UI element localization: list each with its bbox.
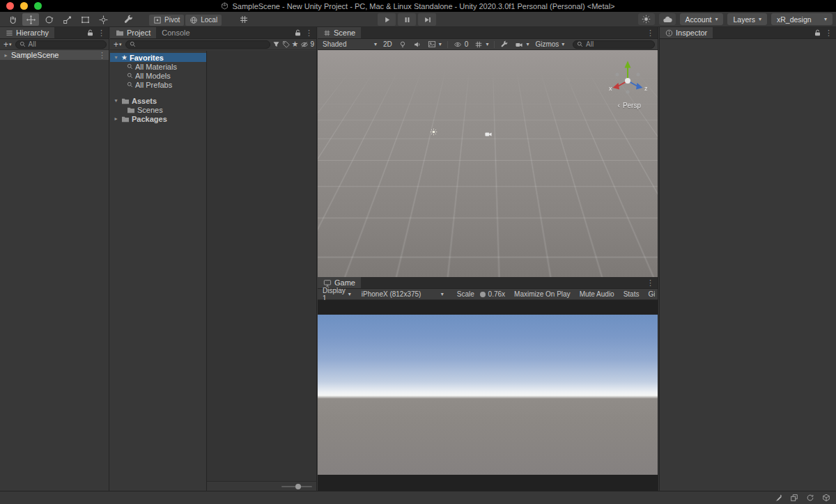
shading-mode-label: Shaded <box>323 40 346 48</box>
panel-menu-button[interactable]: ⋮ <box>647 29 654 37</box>
component-tools-button[interactable] <box>498 40 511 49</box>
scene-visibility-toggle[interactable]: 0 <box>451 40 471 49</box>
tree-item-packages[interactable]: ▸ Packages <box>110 114 206 123</box>
shading-mode-dropdown[interactable]: Shaded ▾ <box>320 40 379 49</box>
tree-item-assets[interactable]: ▾ Assets <box>110 96 206 105</box>
tab-inspector[interactable]: Inspector <box>660 27 713 38</box>
local-toggle-button[interactable]: Local <box>185 15 222 26</box>
save-search-star-icon[interactable]: ★ <box>292 40 299 49</box>
transform-tool-button[interactable] <box>95 13 111 26</box>
axis-x-label[interactable]: x <box>609 85 612 92</box>
paintbrush-icon[interactable] <box>774 494 782 502</box>
stats-toggle[interactable]: Stats <box>620 290 643 299</box>
scene-grid-dropdown[interactable]: ▾ <box>472 40 490 49</box>
tab-project[interactable]: Project <box>110 27 156 38</box>
sync-refresh-icon[interactable] <box>806 494 814 502</box>
directional-light-gizmo[interactable] <box>430 128 438 136</box>
scene-camera-dropdown[interactable]: ▾ <box>513 40 531 49</box>
tree-item-scenes[interactable]: Scenes <box>110 105 206 114</box>
layers-windows-icon[interactable] <box>790 494 798 502</box>
scene-effects-dropdown[interactable]: ▾ <box>426 40 444 49</box>
slider-knob[interactable] <box>480 292 486 297</box>
tab-console[interactable]: Console <box>156 27 195 38</box>
tree-item-all-models[interactable]: All Models <box>110 71 206 80</box>
2d-toggle[interactable]: 2D <box>381 40 394 49</box>
project-tab-label: Project <box>127 29 150 37</box>
lock-icon[interactable] <box>295 29 301 36</box>
folder-icon <box>121 97 130 104</box>
hand-tool-button[interactable] <box>4 13 21 26</box>
scene-search-input[interactable]: All <box>573 40 655 49</box>
game-scale-slider[interactable] <box>480 294 483 295</box>
panel-menu-button[interactable]: ⋮ <box>305 29 313 37</box>
tab-hierarchy[interactable]: Hierarchy <box>0 27 54 38</box>
perspective-toggle[interactable]: ‹ Persp <box>618 102 641 109</box>
scene-toolbar: Shaded ▾ 2D ▾ 0 ▾ <box>318 39 658 50</box>
panel-menu-button[interactable]: ⋮ <box>647 279 654 287</box>
thumbnail-size-slider[interactable] <box>281 486 312 487</box>
custom-tool-button[interactable] <box>120 13 137 26</box>
hierarchy-search-input[interactable]: All <box>15 40 107 49</box>
account-dropdown[interactable]: Account ▾ <box>680 13 724 25</box>
gizmos-dropdown[interactable]: Gizmos ▾ <box>533 40 566 49</box>
lock-icon[interactable] <box>814 29 821 36</box>
project-search-input[interactable] <box>125 40 270 49</box>
layers-dropdown[interactable]: Layers ▾ <box>727 13 767 25</box>
game-monitor-icon <box>323 279 332 287</box>
pause-button[interactable] <box>398 13 416 26</box>
hidden-packages-toggle[interactable]: 9 <box>300 40 314 48</box>
panel-menu-button[interactable]: ⋮ <box>825 29 833 37</box>
close-button[interactable] <box>6 2 14 10</box>
scene-audio-toggle[interactable] <box>411 40 424 49</box>
layout-dropdown[interactable]: xR_design ▾ <box>771 13 833 25</box>
tab-scene[interactable]: Scene <box>318 27 361 38</box>
hierarchy-item-samplescene[interactable]: ▸ SampleScene ⋮ <box>0 50 109 60</box>
cloud-services-button[interactable] <box>659 13 676 25</box>
disclosure-icon[interactable]: ▾ <box>113 54 119 61</box>
disclosure-icon[interactable]: ▾ <box>113 97 119 104</box>
package-cube-icon[interactable] <box>822 494 830 502</box>
game-render-frame[interactable] <box>318 315 658 475</box>
rect-tool-button[interactable] <box>77 13 93 26</box>
game-toolbar: Display 1 ▾ iPhoneX (812x375) ▾ Scale 0.… <box>318 289 658 300</box>
lock-icon[interactable] <box>87 29 93 36</box>
axis-z-label[interactable]: z <box>644 85 648 92</box>
scene-viewport[interactable]: x z ‹ Persp <box>318 50 658 277</box>
mute-audio-toggle[interactable]: Mute Audio <box>576 290 618 299</box>
tree-item-favorites[interactable]: ▾ ★ Favorites <box>110 53 206 62</box>
scale-tool-button[interactable] <box>59 13 75 26</box>
slider-knob[interactable] <box>295 484 301 489</box>
scene-lighting-toggle[interactable] <box>396 40 409 49</box>
chevron-down-icon: ▾ <box>9 42 12 47</box>
orientation-gizmo[interactable]: x z <box>607 58 648 102</box>
maximize-on-play-toggle[interactable]: Maximize On Play <box>511 290 574 299</box>
search-by-label-icon[interactable] <box>282 40 290 48</box>
aspect-ratio-dropdown[interactable]: iPhoneX (812x375) ▾ <box>359 290 446 299</box>
search-by-type-icon[interactable] <box>272 40 280 48</box>
camera-gizmo[interactable] <box>485 132 492 137</box>
hierarchy-create-button[interactable]: + ▾ <box>2 40 13 49</box>
minimize-button[interactable] <box>20 2 28 10</box>
step-button[interactable] <box>418 13 436 26</box>
plus-icon: + <box>114 40 118 49</box>
tools-icon <box>500 40 509 49</box>
zoom-button[interactable] <box>34 2 42 10</box>
disclosure-icon[interactable]: ▸ <box>113 116 119 122</box>
preview-packages-button[interactable] <box>638 13 655 25</box>
project-search-field[interactable] <box>139 40 266 48</box>
display-dropdown[interactable]: Display 1 ▾ <box>320 290 353 299</box>
game-gizmos-dropdown[interactable]: Gizmos <box>644 290 655 299</box>
play-button[interactable] <box>378 13 396 26</box>
grid-snapping-button[interactable] <box>235 13 252 26</box>
scene-options-button[interactable]: ⋮ <box>98 52 106 59</box>
inspector-title: Inspector <box>676 29 707 37</box>
move-tool-button[interactable] <box>22 13 39 26</box>
tree-item-all-materials[interactable]: All Materials <box>110 62 206 71</box>
pivot-toggle-button[interactable]: Pivot <box>149 15 184 26</box>
tree-item-all-prefabs[interactable]: All Prefabs <box>110 80 206 89</box>
panel-menu-button[interactable]: ⋮ <box>98 29 105 37</box>
project-contents-pane[interactable] <box>207 51 316 491</box>
rotate-tool-button[interactable] <box>40 13 57 26</box>
project-create-button[interactable]: + ▾ <box>112 40 123 49</box>
disclosure-icon[interactable]: ▸ <box>3 52 9 58</box>
